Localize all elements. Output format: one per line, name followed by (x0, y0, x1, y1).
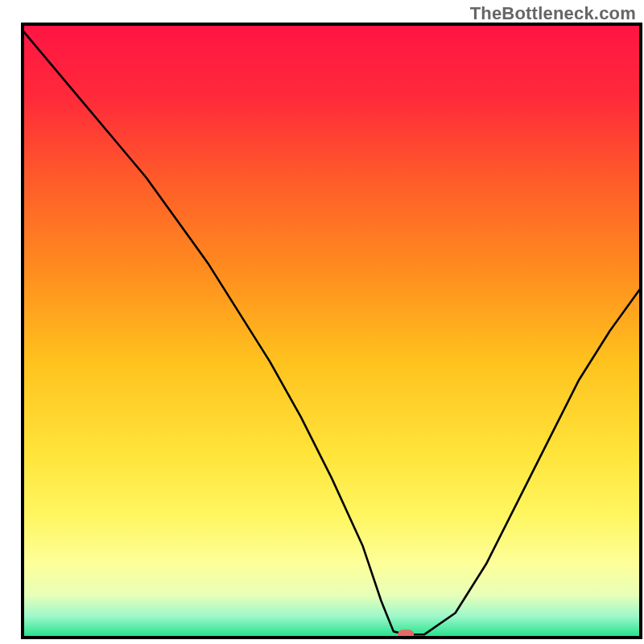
watermark-text: TheBottleneck.com (470, 3, 636, 24)
bottleneck-curve-chart (0, 0, 644, 644)
gradient-background (23, 24, 641, 638)
plot-area (23, 24, 641, 639)
chart-container: TheBottleneck.com (0, 0, 644, 644)
